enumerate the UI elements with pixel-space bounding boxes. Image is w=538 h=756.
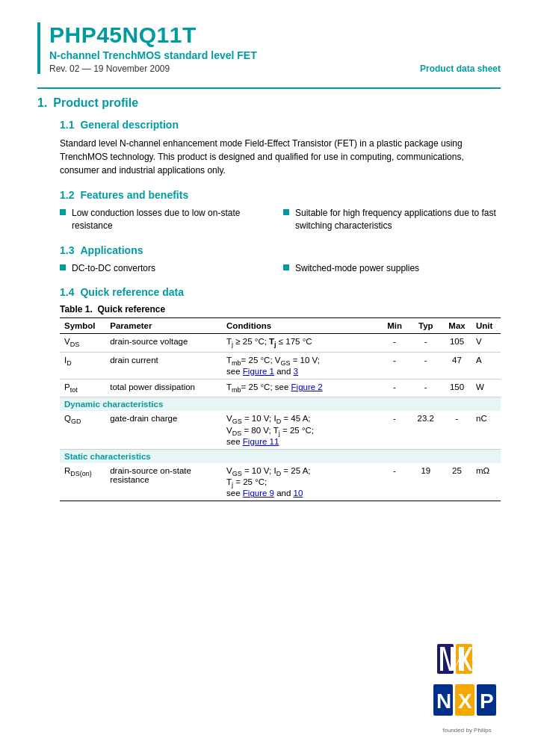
nxp-logo-svg: N X P: [433, 681, 501, 725]
table-category-row: Static characteristics: [60, 449, 501, 463]
subsection-1-2-title: 1.2Features and benefits: [60, 189, 501, 201]
figure-link-9[interactable]: Figure 9: [243, 489, 274, 498]
cell-typ: 19: [409, 463, 443, 501]
category-label: Dynamic characteristics: [60, 397, 501, 412]
col-header-symbol: Symbol: [60, 318, 105, 334]
features-grid: Low conduction losses due to low on-stat…: [60, 207, 501, 232]
table-header-row: Symbol Parameter Conditions Min Typ Max …: [60, 318, 501, 334]
subsection-1-4: 1.4Quick reference data Table 1. Quick r…: [60, 286, 501, 501]
cell-min: -: [380, 379, 409, 397]
document-header: PHP45NQ11T N-channel TrenchMOS standard …: [37, 22, 501, 74]
cell-typ: -: [409, 379, 443, 397]
cell-max: 25: [442, 463, 471, 501]
cell-min: -: [380, 334, 409, 352]
applications-grid: DC-to-DC convertors Switched-mode power …: [60, 262, 501, 275]
cell-unit: A: [471, 352, 501, 379]
founded-text: founded by Philips: [442, 727, 491, 734]
svg-text:P: P: [480, 690, 494, 713]
cell-conditions: Tmb= 25 °C; VGS = 10 V;see Figure 1 and …: [222, 352, 380, 379]
cell-conditions: Tj ≥ 25 °C; Tj ≤ 175 °C: [222, 334, 380, 352]
cell-symbol: RDS(on): [60, 463, 105, 501]
product-subtitle: N-channel TrenchMOS standard level FET: [49, 49, 501, 61]
section-divider: [37, 87, 501, 89]
table-row: QGD gate-drain charge VGS = 10 V; ID = 4…: [60, 411, 501, 449]
cell-symbol: QGD: [60, 411, 105, 449]
bullet-icon-1: [60, 209, 66, 215]
cell-typ: -: [409, 352, 443, 379]
cell-typ: -: [409, 334, 443, 352]
figure-link-1[interactable]: Figure 1: [243, 367, 274, 376]
cell-parameter: drain current: [105, 352, 222, 379]
cell-symbol: VDS: [60, 334, 105, 352]
cell-max: 47: [442, 352, 471, 379]
cell-max: 150: [442, 379, 471, 397]
logo-area: N X P founded by Philips: [433, 640, 501, 734]
bullet-icon-2: [283, 209, 289, 215]
cell-conditions: Tmb= 25 °C; see Figure 2: [222, 379, 380, 397]
cell-min: -: [380, 352, 409, 379]
cell-symbol: Ptot: [60, 379, 105, 397]
svg-text:X: X: [458, 690, 472, 713]
cell-symbol: ID: [60, 352, 105, 379]
nxp-logo: [437, 640, 497, 681]
cell-conditions: VGS = 10 V; ID = 25 A;Tj = 25 °C;see Fig…: [222, 463, 380, 501]
table-label: Table 1. Quick reference: [60, 304, 501, 315]
subsection-1-1: 1.1General description Standard level N-…: [60, 119, 501, 177]
feature-item-1: Low conduction losses due to low on-stat…: [60, 207, 277, 232]
feature-text-2: Suitable for high frequency applications…: [295, 207, 501, 232]
col-header-parameter: Parameter: [105, 318, 222, 334]
col-header-min: Min: [380, 318, 409, 334]
cell-parameter: drain-source voltage: [105, 334, 222, 352]
bullet-icon-3: [60, 264, 66, 270]
figure-link-10[interactable]: 10: [294, 489, 303, 498]
cell-unit: nC: [471, 411, 501, 449]
revision-text: Rev. 02 — 19 November 2009: [49, 63, 170, 74]
figure-link-3[interactable]: 3: [294, 367, 298, 376]
product-name: PHP45NQ11T: [49, 22, 501, 48]
svg-text:N: N: [436, 690, 451, 713]
app-item-1: DC-to-DC convertors: [60, 262, 277, 275]
table-row: ID drain current Tmb= 25 °C; VGS = 10 V;…: [60, 352, 501, 379]
subsection-1-4-title: 1.4Quick reference data: [60, 286, 501, 298]
cell-parameter: drain-source on-state resistance: [105, 463, 222, 501]
category-label: Static characteristics: [60, 449, 501, 463]
cell-unit: W: [471, 379, 501, 397]
table-row: RDS(on) drain-source on-state resistance…: [60, 463, 501, 501]
cell-unit: V: [471, 334, 501, 352]
subsection-1-3: 1.3Applications DC-to-DC convertors Swit…: [60, 244, 501, 275]
figure-link-2[interactable]: Figure 2: [291, 382, 323, 391]
cell-parameter: gate-drain charge: [105, 411, 222, 449]
cell-unit: mΩ: [471, 463, 501, 501]
app-text-1: DC-to-DC convertors: [72, 262, 155, 275]
bullet-icon-4: [283, 264, 289, 270]
table-category-row: Dynamic characteristics: [60, 397, 501, 412]
app-item-2: Switched-mode power supplies: [283, 262, 501, 275]
col-header-unit: Unit: [471, 318, 501, 334]
col-header-max: Max: [442, 318, 471, 334]
subsection-1-1-title: 1.1General description: [60, 119, 501, 131]
app-text-2: Switched-mode power supplies: [295, 262, 419, 275]
section-1: 1.Product profile 1.1General description…: [37, 96, 501, 501]
cell-typ: 23.2: [409, 411, 443, 449]
cell-conditions: VGS = 10 V; ID = 45 A;VDS = 80 V; Tj = 2…: [222, 411, 380, 449]
feature-text-1: Low conduction losses due to low on-stat…: [72, 207, 277, 232]
table-row: VDS drain-source voltage Tj ≥ 25 °C; Tj …: [60, 334, 501, 352]
section-1-title: 1.Product profile: [37, 96, 501, 110]
col-header-conditions: Conditions: [222, 318, 380, 334]
general-description-text: Standard level N-channel enhancement mod…: [60, 137, 478, 177]
figure-link-11[interactable]: Figure 11: [243, 437, 279, 446]
table-row: Ptot total power dissipation Tmb= 25 °C;…: [60, 379, 501, 397]
subsection-1-3-title: 1.3Applications: [60, 244, 501, 256]
cell-min: -: [380, 463, 409, 501]
subsection-1-2: 1.2Features and benefits Low conduction …: [60, 189, 501, 232]
cell-max: -: [442, 411, 471, 449]
col-header-typ: Typ: [409, 318, 443, 334]
cell-max: 105: [442, 334, 471, 352]
cell-parameter: total power dissipation: [105, 379, 222, 397]
quick-reference-table: Symbol Parameter Conditions Min Typ Max …: [60, 317, 501, 501]
feature-item-2: Suitable for high frequency applications…: [283, 207, 501, 232]
cell-min: -: [380, 411, 409, 449]
doc-type-label: Product data sheet: [420, 63, 501, 74]
